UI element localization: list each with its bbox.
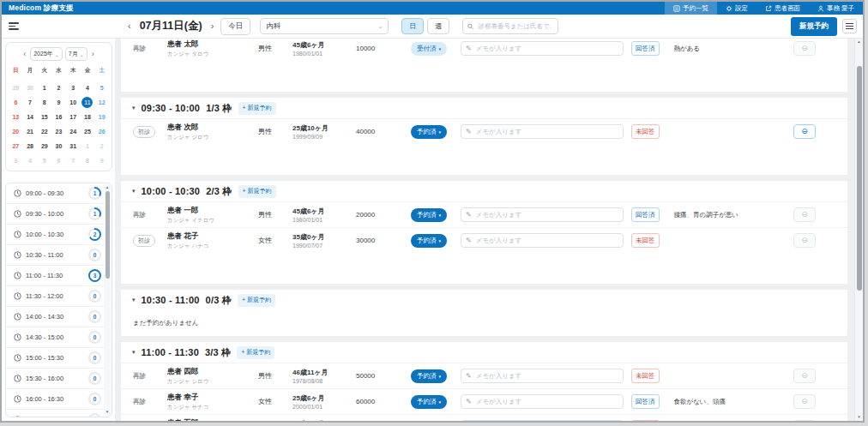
- status-dropdown[interactable]: 予約済 ▾: [411, 208, 447, 222]
- next-month-button[interactable]: ›: [90, 51, 96, 58]
- collapse-section-icon[interactable]: ▾: [132, 349, 136, 356]
- calendar-day[interactable]: 8: [81, 153, 95, 168]
- slot-list-item[interactable]: 16:30 - 17:00 0: [6, 410, 112, 417]
- calendar-day[interactable]: 16: [51, 110, 66, 124]
- slot-list-item[interactable]: 16:00 - 16:30 0: [6, 389, 112, 410]
- memo-input[interactable]: [474, 397, 618, 406]
- search-input[interactable]: [476, 21, 553, 31]
- memo-input[interactable]: [474, 127, 618, 136]
- slot-list-item[interactable]: 14:30 - 15:00 0: [6, 327, 112, 348]
- calendar-day[interactable]: 29: [9, 81, 23, 95]
- scrollbar-thumb[interactable]: [105, 191, 110, 279]
- calendar-day[interactable]: 2: [94, 139, 109, 153]
- top-nav-item-0[interactable]: 予約一覧: [665, 2, 717, 15]
- add-reservation-button[interactable]: + 新規予約: [237, 346, 274, 359]
- scroll-down-icon[interactable]: ▼: [104, 411, 111, 415]
- memo-input[interactable]: [474, 210, 618, 219]
- collapse-section-icon[interactable]: ▾: [132, 297, 136, 303]
- calendar-day[interactable]: 30: [51, 139, 66, 153]
- scroll-down-icon[interactable]: ▼: [855, 416, 863, 420]
- calendar-day[interactable]: 5: [37, 153, 51, 168]
- calendar-day[interactable]: 11: [81, 95, 95, 110]
- calendar-day[interactable]: 7: [66, 153, 81, 168]
- calendar-day[interactable]: 3: [9, 153, 23, 168]
- scroll-up-icon[interactable]: ▲: [104, 186, 111, 190]
- calendar-day[interactable]: 31: [66, 139, 81, 153]
- status-dropdown[interactable]: 予約済 ▾: [411, 125, 447, 139]
- calendar-day[interactable]: 1: [81, 139, 95, 153]
- calendar-day[interactable]: 28: [23, 139, 38, 153]
- calendar-day[interactable]: 6: [9, 95, 23, 110]
- calendar-day[interactable]: 19: [94, 110, 109, 124]
- memo-input[interactable]: [474, 371, 618, 381]
- status-dropdown[interactable]: 受付済 ▾: [411, 42, 447, 56]
- today-button[interactable]: 今日: [220, 18, 250, 35]
- action-button[interactable]: ⊖: [793, 124, 816, 139]
- calendar-day[interactable]: 3: [66, 81, 81, 95]
- calendar-day[interactable]: 5: [94, 81, 109, 95]
- memo-input[interactable]: [474, 236, 618, 245]
- slot-list-item[interactable]: 11:30 - 12:00 0: [6, 286, 112, 307]
- slot-list-item[interactable]: 10:00 - 10:30 2: [6, 225, 112, 245]
- main-scrollbar[interactable]: ▲ ▼: [854, 39, 863, 421]
- status-dropdown[interactable]: 予約済 ▾: [411, 234, 447, 248]
- calendar-day[interactable]: 1: [37, 81, 51, 95]
- calendar-day[interactable]: 14: [23, 110, 38, 124]
- month-select[interactable]: 7月 ⌄: [65, 47, 87, 61]
- slot-list-item[interactable]: 14:00 - 14:30 0: [6, 307, 112, 327]
- calendar-day[interactable]: 7: [23, 95, 38, 110]
- calendar-day[interactable]: 15: [37, 110, 51, 124]
- calendar-day[interactable]: 20: [9, 124, 23, 139]
- add-reservation-button[interactable]: + 新規予約: [238, 185, 276, 198]
- department-select[interactable]: 内科 ⌄: [260, 18, 389, 34]
- slot-list-scrollbar[interactable]: ▲ ▼: [104, 184, 111, 416]
- status-dropdown[interactable]: 予約済 ▾: [411, 395, 447, 409]
- top-nav-item-1[interactable]: 設定: [717, 2, 756, 15]
- slot-list-item[interactable]: 09:00 - 09:30 1: [6, 183, 112, 204]
- status-dropdown[interactable]: 予約済 ▾: [411, 421, 447, 422]
- calendar-day[interactable]: 29: [37, 139, 51, 153]
- calendar-day[interactable]: 17: [66, 110, 81, 124]
- calendar-day[interactable]: 4: [23, 153, 38, 168]
- calendar-day[interactable]: 9: [94, 153, 109, 168]
- slot-list-item[interactable]: 10:30 - 11:00 0: [6, 245, 112, 266]
- top-nav-item-2[interactable]: 患者画面: [756, 2, 809, 15]
- day-view-button[interactable]: 日: [401, 18, 424, 34]
- collapse-section-icon[interactable]: ▾: [132, 105, 136, 111]
- calendar-day[interactable]: 12: [94, 95, 109, 110]
- collapse-section-icon[interactable]: ▾: [132, 188, 136, 195]
- calendar-day[interactable]: 23: [51, 124, 66, 139]
- calendar-day[interactable]: 21: [23, 124, 38, 139]
- year-select[interactable]: 2025年 ⌄: [30, 47, 63, 61]
- slot-list-item[interactable]: 15:30 - 16:00 0: [6, 369, 112, 389]
- calendar-day[interactable]: 24: [66, 124, 81, 139]
- calendar-day[interactable]: 30: [23, 81, 38, 95]
- calendar-day[interactable]: 22: [37, 124, 51, 139]
- add-reservation-button[interactable]: + 新規予約: [238, 294, 275, 307]
- week-view-button[interactable]: 週: [427, 18, 449, 34]
- calendar-day[interactable]: 4: [81, 81, 95, 95]
- calendar-day[interactable]: 26: [94, 124, 109, 139]
- calendar-day[interactable]: 8: [37, 95, 51, 110]
- hamburger-menu-icon[interactable]: [842, 19, 857, 33]
- collapse-sidebar-icon[interactable]: [9, 21, 22, 33]
- calendar-day[interactable]: 9: [51, 95, 66, 110]
- add-reservation-button[interactable]: + 新規予約: [238, 102, 276, 115]
- memo-input[interactable]: [474, 44, 618, 53]
- next-day-button[interactable]: ›: [208, 21, 217, 31]
- scrollbar-thumb[interactable]: [857, 66, 862, 291]
- calendar-day[interactable]: 6: [51, 153, 66, 168]
- calendar-day[interactable]: 18: [81, 110, 95, 124]
- prev-month-button[interactable]: ‹: [21, 51, 27, 58]
- calendar-day[interactable]: 27: [9, 139, 23, 153]
- slot-list-item[interactable]: 09:30 - 10:00 1: [6, 204, 112, 225]
- status-dropdown[interactable]: 予約済 ▾: [411, 369, 447, 383]
- slot-list-item[interactable]: 11:00 - 11:30 3: [6, 266, 112, 286]
- calendar-day[interactable]: 13: [9, 110, 23, 124]
- new-reservation-button[interactable]: 新規予約: [791, 17, 837, 36]
- top-nav-item-3[interactable]: 事務 愛子: [809, 2, 863, 15]
- calendar-day[interactable]: 25: [81, 124, 95, 139]
- slot-list-item[interactable]: 15:00 - 15:30 0: [6, 348, 112, 369]
- calendar-day[interactable]: 2: [51, 81, 66, 95]
- calendar-day[interactable]: 10: [66, 95, 81, 110]
